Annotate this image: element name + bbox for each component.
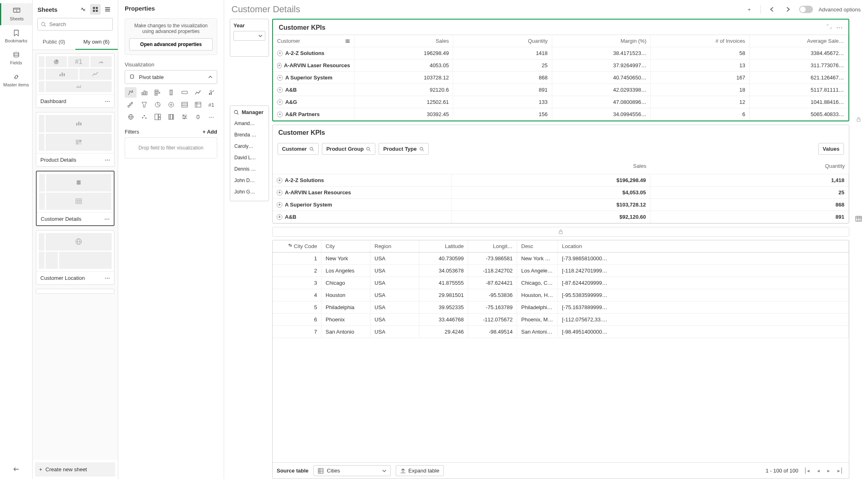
page-last-button[interactable]: ▸⎮ <box>836 467 845 475</box>
viz-pie-icon[interactable] <box>152 99 163 110</box>
kpi2-row[interactable]: +A-2-Z Solutions$196,298.491,418 <box>273 174 849 187</box>
manager-item[interactable]: David L… <box>230 152 269 163</box>
city-header-cell[interactable]: Latitude <box>419 240 468 252</box>
expand-table-button[interactable]: Expand table <box>396 465 444 476</box>
viz-table-icon[interactable] <box>178 99 190 110</box>
rail-fields[interactable]: Fields <box>0 47 32 69</box>
fullscreen-icon[interactable] <box>826 24 832 31</box>
viz-kpi-icon[interactable]: #1 <box>205 99 217 110</box>
city-header-cell[interactable]: Desc <box>517 240 558 252</box>
expand-row-button[interactable]: + <box>277 87 283 93</box>
kpi1-header-cell[interactable]: Quantity <box>453 35 552 47</box>
viz-bar-horiz-icon[interactable] <box>152 87 163 98</box>
manager-item[interactable]: John G… <box>230 186 269 198</box>
kpi1-row[interactable]: +A-ARVIN Laser Resources4053.052537.9264… <box>273 59 848 72</box>
viz-combo-icon[interactable] <box>205 87 217 98</box>
filter-dropzone[interactable]: Drop field to filter visualization <box>125 137 217 158</box>
rail-sheets[interactable]: Sheets <box>0 3 32 25</box>
city-row[interactable]: 7San AntonioUSA29.4246-98.49514San Anton… <box>273 326 849 338</box>
manager-item[interactable]: John D… <box>230 175 269 186</box>
viz-bullet-icon[interactable] <box>165 87 177 98</box>
page-next-button[interactable]: ▸ <box>826 467 832 475</box>
viz-map-icon[interactable] <box>125 112 137 122</box>
kpi1-row[interactable]: +A Superior System103728.1286840.7450650… <box>273 72 848 84</box>
manager-item[interactable]: Amand… <box>230 118 269 129</box>
viz-treemap-icon[interactable] <box>152 112 163 122</box>
column-menu-icon[interactable] <box>345 39 350 44</box>
lock-bar[interactable] <box>272 227 849 237</box>
city-row[interactable]: 2Los AngelesUSA34.053678-118.242702Los A… <box>273 265 849 277</box>
sheet-menu-icon[interactable]: ⋯ <box>104 216 110 222</box>
kpi1-header-cell[interactable]: Customer <box>273 35 355 47</box>
manager-item[interactable]: Caroly… <box>230 141 269 152</box>
viz-button-icon[interactable] <box>178 87 190 98</box>
create-new-sheet-button[interactable]: + Create new sheet <box>35 462 115 477</box>
card-menu-icon[interactable]: ⋯ <box>836 24 843 31</box>
list-view-icon[interactable] <box>102 4 113 15</box>
page-first-button[interactable]: ⎮◂ <box>802 467 811 475</box>
prev-sheet-button[interactable] <box>767 4 777 15</box>
city-header-cell[interactable]: Region <box>370 240 419 252</box>
sheet-menu-icon[interactable]: ⋯ <box>105 157 110 163</box>
kpi1-row[interactable]: +A&R Partners30392.4515634.0994556…65065… <box>273 108 848 121</box>
kpi1-header-cell[interactable]: Average Sale… <box>750 35 848 47</box>
expand-row-button[interactable]: + <box>277 51 283 56</box>
chip-customer[interactable]: Customer <box>278 143 319 155</box>
city-header-cell[interactable]: City <box>322 240 370 252</box>
next-sheet-button[interactable] <box>783 4 793 15</box>
city-row[interactable]: 1New YorkUSA40.730599-73.986581New York … <box>273 253 849 265</box>
filters-add-button[interactable]: + Add <box>203 129 217 135</box>
viz-line-icon[interactable] <box>192 87 204 98</box>
chip-values[interactable]: Values <box>818 143 844 155</box>
manager-item[interactable]: Dennis … <box>230 163 269 175</box>
viz-auto-icon[interactable] <box>125 87 137 98</box>
viz-pivot-icon[interactable] <box>192 99 204 110</box>
tab-myown[interactable]: My own (6) <box>75 35 118 50</box>
expand-row-button[interactable]: + <box>277 63 282 68</box>
expand-row-button[interactable]: + <box>277 75 283 81</box>
city-row[interactable]: 4HoustonUSA29.981501-95.53836Houston, Ha… <box>273 289 849 301</box>
kpi2-row[interactable]: +A&B$92,120.60891 <box>273 211 849 223</box>
add-button[interactable]: + <box>744 4 755 15</box>
viz-scatter-icon[interactable] <box>138 112 150 122</box>
expand-row-button[interactable]: + <box>277 190 282 196</box>
lock-icon[interactable] <box>856 116 861 122</box>
sheet-card-dashboard[interactable]: #1 Dashboard⋯ <box>36 53 115 108</box>
kpi2-header-cell[interactable]: Sales <box>452 160 650 171</box>
kpi1-header-cell[interactable]: Margin (%) <box>552 35 651 47</box>
kpi1-row[interactable]: +A-2-Z Solutions196298.49141838.4171523…… <box>273 47 848 59</box>
visualization-selector[interactable]: Pivot table <box>125 70 217 84</box>
manager-item[interactable]: Brenda … <box>230 129 269 141</box>
sheet-card-partial[interactable] <box>36 289 115 294</box>
viz-bar-vert-icon[interactable] <box>138 87 150 98</box>
chip-product-type[interactable]: Product Type <box>379 143 428 155</box>
customer-kpis-card-2[interactable]: Customer KPIs Customer Product Group Pro… <box>272 125 849 224</box>
expand-row-button[interactable]: + <box>277 112 283 117</box>
kpi1-row[interactable]: +A&B92120.689142.0293398…185117.81111… <box>273 84 848 96</box>
sheet-card-customer-details[interactable]: Customer Details⋯ <box>36 171 115 226</box>
sheet-menu-icon[interactable]: ⋯ <box>105 98 110 104</box>
search-icon[interactable] <box>234 110 239 115</box>
viz-distribution-icon[interactable] <box>178 112 190 122</box>
customer-kpis-card-1[interactable]: Customer KPIs ⋯ CustomerSalesQuantityMar… <box>272 19 849 121</box>
viz-waterfall-icon[interactable] <box>125 99 137 110</box>
viz-mekko-icon[interactable] <box>165 112 177 122</box>
rail-master-items[interactable]: Master items <box>0 69 32 91</box>
kpi1-header-cell[interactable]: # of Invoices <box>651 35 749 47</box>
viz-donut-icon[interactable] <box>165 99 177 110</box>
sheet-card-product[interactable]: Product Details⋯ <box>36 112 115 167</box>
city-header-cell[interactable]: Longit… <box>468 240 517 252</box>
kpi2-header-cell[interactable]: Quantity <box>650 160 849 171</box>
page-prev-button[interactable]: ◂ <box>815 467 822 475</box>
city-header-cell[interactable]: City Code <box>273 240 322 252</box>
city-row[interactable]: 5PhiladelphiaUSA39.952335-75.163789Phila… <box>273 301 849 314</box>
source-dropdown[interactable]: Cities <box>313 465 391 476</box>
sheets-search-input[interactable] <box>37 18 113 31</box>
viz-funnel-icon[interactable] <box>138 99 150 110</box>
kpi2-row[interactable]: +A-ARVIN Laser Resources$4,053.0525 <box>273 187 849 199</box>
expand-row-button[interactable]: + <box>277 214 282 220</box>
viz-more-icon[interactable]: ⋯ <box>205 112 217 122</box>
chip-product-group[interactable]: Product Group <box>322 143 376 155</box>
kpi1-header-cell[interactable]: Sales <box>355 35 453 47</box>
year-dropdown[interactable] <box>234 31 265 41</box>
